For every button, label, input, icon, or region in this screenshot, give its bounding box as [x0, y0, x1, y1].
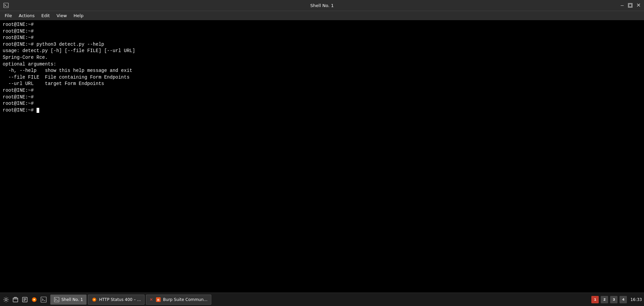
workspace-3[interactable]: 3	[610, 296, 618, 303]
close-button[interactable]: ✕	[635, 2, 641, 8]
taskbar-http-window[interactable]: HTTP Status 400 – ...	[88, 295, 145, 305]
minimize-button[interactable]: –	[619, 2, 625, 8]
term-line-5: usage: detect.py [-h] [--file FILE] [--u…	[3, 48, 641, 54]
taskbar-burp-close[interactable]: ✕	[150, 297, 153, 302]
term-line-cursor: root@INE:~#	[3, 107, 641, 114]
term-line-2: root@INE:~#	[3, 28, 641, 35]
terminal-title-icon	[3, 2, 9, 9]
term-line-11: --file FILE File containing Form Endpoin…	[3, 74, 641, 81]
system-clock: 16:33	[630, 297, 642, 302]
svg-point-19	[94, 299, 95, 300]
menu-edit[interactable]: Edit	[38, 12, 53, 19]
taskbar-shell-label: Shell No. 1	[61, 297, 83, 302]
terminal-cursor	[37, 108, 39, 113]
taskbar-firefox-icon[interactable]	[30, 296, 38, 304]
taskbar-shell-window[interactable]: Shell No. 1	[50, 295, 87, 305]
menu-actions[interactable]: Actions	[15, 12, 38, 19]
menu-file[interactable]: File	[1, 12, 15, 19]
taskbar-burp-label: Burp Suite Commun...	[163, 297, 207, 302]
menubar: File Actions Edit View Help	[0, 11, 644, 20]
svg-rect-3	[629, 4, 632, 7]
titlebar: Shell No. 1 – ✕	[0, 0, 644, 11]
titlebar-left	[3, 2, 11, 9]
menu-help[interactable]: Help	[70, 12, 87, 19]
term-line-3: root@INE:~#	[3, 35, 641, 41]
window-title: Shell No. 1	[310, 3, 334, 8]
svg-point-12	[34, 299, 35, 300]
term-line-9: optional arguments:	[3, 61, 641, 68]
taskbar-system-icons	[2, 296, 48, 304]
taskbar-files-icon[interactable]	[11, 296, 19, 304]
workspace-1[interactable]: 1	[591, 296, 599, 303]
terminal-output[interactable]: root@INE:~# root@INE:~# root@INE:~# root…	[0, 20, 644, 293]
term-line-13: root@INE:~#	[3, 87, 641, 94]
term-line-12: --url URL target Form Endpoints	[3, 81, 641, 87]
menu-view[interactable]: View	[53, 12, 70, 19]
term-line-1: root@INE:~#	[3, 21, 641, 28]
term-line-7: Spring-Core Rce.	[3, 54, 641, 61]
workspace-2[interactable]: 2	[601, 296, 608, 303]
taskbar-burp-window[interactable]: ✕ B Burp Suite Commun...	[146, 295, 211, 305]
term-line-14: root@INE:~#	[3, 94, 641, 101]
taskbar-http-label: HTTP Status 400 – ...	[99, 297, 141, 302]
maximize-button[interactable]	[627, 2, 633, 8]
svg-point-4	[5, 299, 7, 301]
taskbar-right: 1 2 3 4 16:33	[591, 296, 642, 303]
taskbar-settings-icon[interactable]	[2, 296, 10, 304]
window-controls: – ✕	[619, 2, 641, 8]
term-line-4: root@INE:~# python3 detect.py --help	[3, 41, 641, 48]
taskbar: Shell No. 1 HTTP Status 400 – ... ✕ B Bu…	[0, 293, 644, 306]
taskbar-editor-icon[interactable]	[21, 296, 29, 304]
taskbar-terminal-small-icon[interactable]	[40, 296, 48, 304]
workspace-4[interactable]: 4	[620, 296, 627, 303]
svg-text:B: B	[157, 298, 160, 302]
svg-rect-5	[13, 298, 18, 302]
term-line-15: root@INE:~#	[3, 100, 641, 107]
term-line-10: -h, --help show this help message and ex…	[3, 68, 641, 74]
